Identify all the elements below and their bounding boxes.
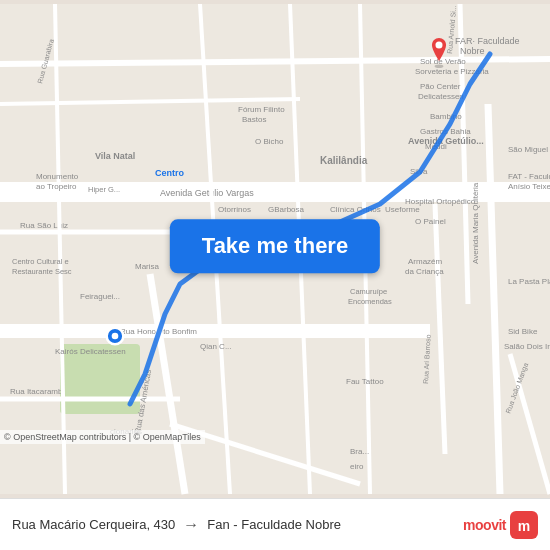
- svg-text:ao Tropeiro: ao Tropeiro: [36, 182, 77, 191]
- svg-text:Qian C...: Qian C...: [200, 342, 232, 351]
- svg-text:La Pasta Place: La Pasta Place: [508, 277, 550, 286]
- svg-text:Feiraguei...: Feiraguei...: [80, 292, 120, 301]
- svg-text:Otorrinos: Otorrinos: [218, 205, 251, 214]
- svg-text:Vila Natal: Vila Natal: [95, 151, 135, 161]
- destination-label: Fan - Faculdade Nobre: [207, 517, 341, 532]
- svg-text:Useforme: Useforme: [385, 205, 420, 214]
- svg-text:Encomendas: Encomendas: [348, 297, 392, 306]
- svg-text:FAT - Faculdade: FAT - Faculdade: [508, 172, 550, 181]
- svg-point-83: [112, 333, 119, 340]
- svg-text:eiro: eiro: [350, 462, 364, 471]
- svg-text:Pão Center: Pão Center: [420, 82, 461, 91]
- svg-point-80: [435, 64, 444, 68]
- svg-text:Centro: Centro: [155, 168, 185, 178]
- destination-pin: [428, 38, 450, 68]
- svg-text:m: m: [518, 518, 530, 534]
- svg-text:Centro Cultural e: Centro Cultural e: [12, 257, 69, 266]
- svg-text:Sid Bike: Sid Bike: [508, 327, 538, 336]
- svg-text:Rua Itacarambi: Rua Itacarambi: [10, 387, 64, 396]
- svg-text:Hiper G...: Hiper G...: [88, 185, 120, 194]
- svg-text:Restaurante Sesc: Restaurante Sesc: [12, 267, 72, 276]
- svg-text:Fau Tattoo: Fau Tattoo: [346, 377, 384, 386]
- moovit-logo: moovit m: [463, 511, 538, 539]
- svg-text:Avenida Maria Quitéria: Avenida Maria Quitéria: [471, 182, 480, 264]
- route-arrow-icon: →: [183, 516, 199, 534]
- map-attribution: © OpenStreetMap contributors | © OpenMap…: [0, 430, 205, 444]
- svg-text:São Miguel: São Miguel: [508, 145, 548, 154]
- svg-text:Nobre: Nobre: [460, 46, 485, 56]
- svg-text:Anísio Teixeira: Anísio Teixeira: [508, 182, 550, 191]
- svg-text:Avenida Getúlio Vargas: Avenida Getúlio Vargas: [160, 188, 254, 198]
- svg-point-81: [435, 42, 442, 49]
- svg-text:Fórum Filinto: Fórum Filinto: [238, 105, 285, 114]
- svg-text:da Criança: da Criança: [405, 267, 444, 276]
- svg-text:Salão Dois Irmãos: Salão Dois Irmãos: [504, 342, 550, 351]
- svg-text:GBarbosa: GBarbosa: [268, 205, 305, 214]
- svg-text:Kalilândia: Kalilândia: [320, 155, 368, 166]
- svg-text:FAR· Faculdade: FAR· Faculdade: [455, 36, 520, 46]
- bottom-bar: Rua Macário Cerqueira, 430 → Fan - Facul…: [0, 498, 550, 550]
- moovit-icon: m: [510, 511, 538, 539]
- map-area: Avenida Getúlio Vargas Rua São Luiz Rua …: [0, 0, 550, 498]
- svg-text:Hospital Ortopédico: Hospital Ortopédico: [405, 197, 476, 206]
- svg-text:O Bicho: O Bicho: [255, 137, 284, 146]
- origin-pin: [105, 326, 125, 346]
- route-info: Rua Macário Cerqueira, 430 → Fan - Facul…: [12, 516, 463, 534]
- svg-text:Camuruípe: Camuruípe: [350, 287, 387, 296]
- main-container: Avenida Getúlio Vargas Rua São Luiz Rua …: [0, 0, 550, 550]
- origin-label: Rua Macário Cerqueira, 430: [12, 517, 175, 532]
- take-me-there-button[interactable]: Take me there: [170, 219, 380, 273]
- svg-text:Bastos: Bastos: [242, 115, 266, 124]
- svg-text:Bra...: Bra...: [350, 447, 369, 456]
- svg-text:O Painel: O Painel: [415, 217, 446, 226]
- svg-text:Delicatessen: Delicatessen: [418, 92, 464, 101]
- moovit-text: moovit: [463, 517, 506, 533]
- svg-text:Kairós Delicatessen: Kairós Delicatessen: [55, 347, 126, 356]
- svg-text:Monumento: Monumento: [36, 172, 79, 181]
- svg-text:Armazém: Armazém: [408, 257, 443, 266]
- svg-text:Marisa: Marisa: [135, 262, 160, 271]
